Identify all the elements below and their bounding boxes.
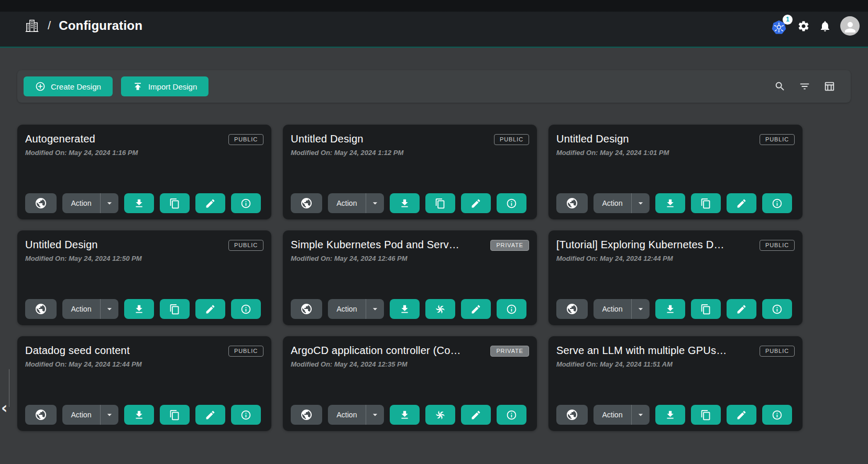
- table-view-icon[interactable]: [823, 81, 835, 92]
- visibility-globe-button[interactable]: [291, 193, 322, 213]
- visibility-globe-button[interactable]: [556, 405, 588, 425]
- download-button[interactable]: [390, 405, 420, 425]
- info-button[interactable]: [231, 405, 261, 425]
- info-button[interactable]: [231, 299, 261, 319]
- visibility-globe-button[interactable]: [291, 405, 322, 425]
- visibility-globe-button[interactable]: [25, 193, 57, 213]
- download-icon: [399, 410, 410, 421]
- action-dropdown-toggle[interactable]: [632, 304, 650, 314]
- person-icon: [842, 19, 858, 35]
- action-dropdown-toggle[interactable]: [101, 410, 118, 420]
- action-split-button[interactable]: Action: [328, 299, 384, 319]
- design-button[interactable]: [425, 405, 455, 425]
- design-spiral-icon: [435, 304, 446, 315]
- action-split-button[interactable]: Action: [328, 405, 384, 425]
- copy-button[interactable]: [160, 299, 190, 319]
- action-split-button[interactable]: Action: [62, 193, 118, 213]
- action-button-label[interactable]: Action: [328, 199, 366, 207]
- visibility-globe-button[interactable]: [25, 405, 57, 425]
- action-dropdown-toggle[interactable]: [632, 410, 650, 420]
- info-icon: [506, 410, 517, 421]
- download-button[interactable]: [124, 299, 154, 319]
- card-action-row: Action: [291, 405, 529, 425]
- edit-icon: [470, 304, 481, 315]
- design-title: Serve an LLM with multiple GPUs…: [556, 345, 727, 357]
- action-split-button[interactable]: Action: [328, 193, 384, 213]
- edit-button[interactable]: [727, 193, 756, 213]
- info-button[interactable]: [497, 193, 526, 213]
- collapse-sidebar-chevron[interactable]: ‹: [1, 400, 7, 416]
- download-button[interactable]: [655, 193, 685, 213]
- action-split-button[interactable]: Action: [594, 193, 650, 213]
- action-button-label[interactable]: Action: [328, 411, 366, 419]
- action-split-button[interactable]: Action: [594, 405, 650, 425]
- edit-button[interactable]: [461, 299, 491, 319]
- action-button-label[interactable]: Action: [594, 305, 631, 313]
- action-dropdown-toggle[interactable]: [366, 410, 384, 420]
- action-button-label[interactable]: Action: [594, 199, 631, 207]
- visibility-globe-button[interactable]: [556, 193, 588, 213]
- globe-icon: [566, 408, 578, 421]
- info-button[interactable]: [762, 193, 792, 213]
- download-icon: [399, 198, 410, 209]
- copy-button[interactable]: [425, 193, 455, 213]
- download-button[interactable]: [124, 405, 154, 425]
- info-button[interactable]: [762, 299, 792, 319]
- design-title: Datadog seed content: [25, 345, 130, 357]
- kubernetes-context-button[interactable]: 1: [771, 17, 788, 35]
- action-split-button[interactable]: Action: [62, 299, 118, 319]
- design-card: Untitled Design PUBLIC Modified On: May …: [17, 230, 271, 325]
- edit-button[interactable]: [727, 299, 756, 319]
- action-dropdown-toggle[interactable]: [632, 198, 650, 208]
- edit-button[interactable]: [195, 193, 225, 213]
- edit-button[interactable]: [461, 193, 491, 213]
- action-split-button[interactable]: Action: [62, 405, 118, 425]
- action-button-label[interactable]: Action: [62, 305, 100, 313]
- action-button-label[interactable]: Action: [62, 411, 100, 419]
- download-icon: [134, 410, 145, 421]
- download-button[interactable]: [390, 193, 420, 213]
- action-dropdown-toggle[interactable]: [101, 198, 118, 208]
- gear-icon[interactable]: [797, 20, 810, 32]
- bell-icon[interactable]: [819, 20, 831, 32]
- edit-button[interactable]: [195, 299, 225, 319]
- action-button-label[interactable]: Action: [328, 305, 366, 313]
- import-design-button[interactable]: Import Design: [121, 76, 208, 96]
- card-action-row: Action: [291, 193, 529, 213]
- copy-button[interactable]: [160, 193, 190, 213]
- download-button[interactable]: [124, 193, 154, 213]
- edit-button[interactable]: [195, 405, 225, 425]
- action-dropdown-toggle[interactable]: [366, 198, 384, 208]
- design-button[interactable]: [425, 299, 455, 319]
- filter-icon[interactable]: [799, 81, 810, 92]
- action-dropdown-toggle[interactable]: [366, 304, 384, 314]
- copy-button[interactable]: [691, 193, 721, 213]
- create-design-button[interactable]: Create Design: [24, 76, 113, 96]
- info-button[interactable]: [497, 299, 526, 319]
- info-button[interactable]: [497, 405, 526, 425]
- action-dropdown-toggle[interactable]: [101, 304, 118, 314]
- visibility-globe-button[interactable]: [556, 299, 588, 319]
- edit-button[interactable]: [461, 405, 491, 425]
- info-icon: [772, 198, 783, 209]
- search-icon[interactable]: [774, 81, 786, 92]
- add-circle-icon: [35, 81, 46, 92]
- caret-down-icon: [104, 410, 115, 420]
- action-split-button[interactable]: Action: [594, 299, 650, 319]
- visibility-badge: PUBLIC: [494, 134, 529, 145]
- action-button-label[interactable]: Action: [62, 199, 100, 207]
- action-button-label[interactable]: Action: [594, 411, 631, 419]
- copy-button[interactable]: [691, 299, 721, 319]
- visibility-globe-button[interactable]: [291, 299, 322, 319]
- download-button[interactable]: [655, 405, 685, 425]
- visibility-badge: PRIVATE: [490, 240, 529, 251]
- edit-button[interactable]: [727, 405, 756, 425]
- info-button[interactable]: [762, 405, 792, 425]
- info-button[interactable]: [231, 193, 261, 213]
- visibility-globe-button[interactable]: [25, 299, 57, 319]
- copy-button[interactable]: [691, 405, 721, 425]
- download-button[interactable]: [390, 299, 420, 319]
- avatar[interactable]: [840, 16, 860, 36]
- copy-button[interactable]: [160, 405, 190, 425]
- download-button[interactable]: [655, 299, 685, 319]
